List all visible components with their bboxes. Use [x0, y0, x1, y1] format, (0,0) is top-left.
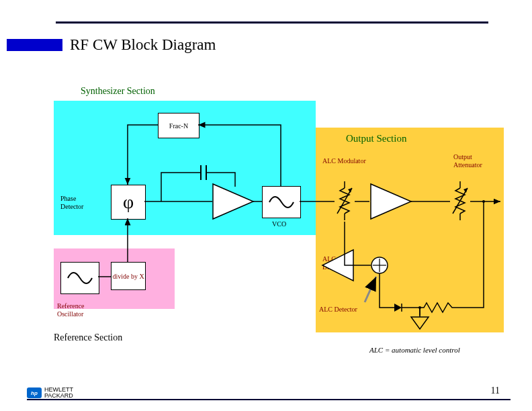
- hp-logo: hp HEWLETT PACKARD: [27, 387, 73, 399]
- wires: [54, 81, 511, 363]
- top-rule: [56, 21, 488, 24]
- hp-logo-text: HEWLETT PACKARD: [44, 387, 73, 399]
- footnote: ALC = automatic level control: [369, 346, 460, 354]
- diagram: Synthesizer Section Output Section Refer…: [54, 81, 511, 363]
- title-accent-bar: [7, 39, 62, 51]
- hp-logo-badge-icon: hp: [27, 387, 42, 398]
- svg-point-38: [482, 200, 485, 203]
- page-title: RF CW Block Diagram: [70, 36, 216, 54]
- svg-line-34: [365, 277, 376, 302]
- bottom-rule: [27, 399, 511, 400]
- page-number: 11: [491, 385, 500, 396]
